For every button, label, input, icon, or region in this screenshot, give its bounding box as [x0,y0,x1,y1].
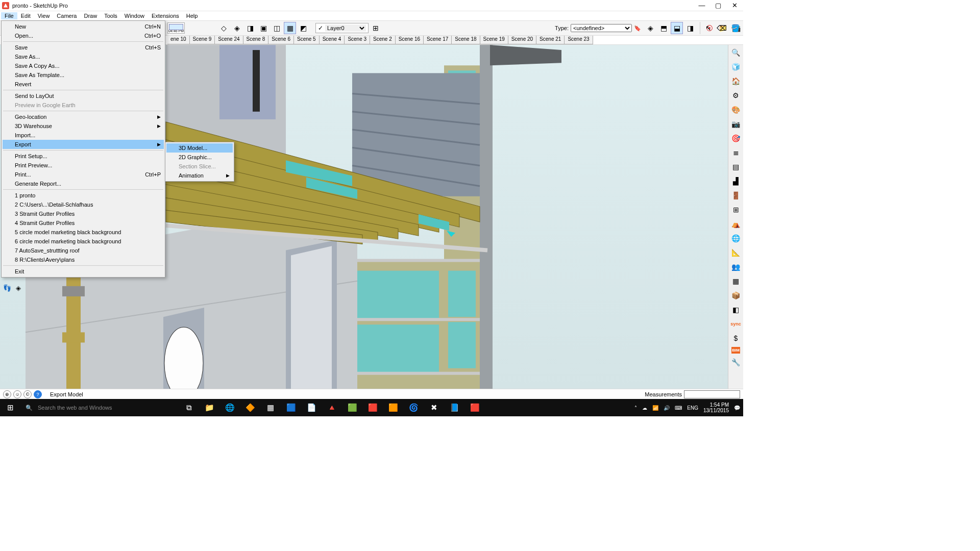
file-menu-item[interactable]: Print...Ctrl+P [3,170,164,179]
file-menu-item[interactable]: 4 Stramit Gutter Profiles [3,218,164,228]
file-menu-item[interactable]: 5 circle model marketing black backgroun… [3,228,164,237]
window-icon[interactable]: ⊞ [730,204,742,215]
menu-view[interactable]: View [34,12,54,19]
file-menu-item[interactable]: Generate Report... [3,179,164,188]
credit-status-icon[interactable]: © [23,390,32,398]
scene-tab[interactable]: ene 10 [167,36,190,44]
style-wireframe-icon[interactable]: ◇ [217,22,230,34]
file-menu-item[interactable]: Export▶ [3,140,164,149]
scene-tab[interactable]: Scene 3 [345,36,370,44]
model-icon[interactable]: ◧ [730,304,742,315]
taskbar-search[interactable]: 🔍 Search the web and Windows [20,399,174,416]
export-submenu-item[interactable]: 3D Model... [166,143,233,153]
type-select[interactable]: <undefined> [571,24,632,32]
style-xray-icon[interactable]: ▦ [284,22,296,34]
export-submenu-item[interactable]: Animation▶ [166,171,233,180]
geo-status-icon[interactable]: ⊕ [3,390,11,398]
file-menu-item[interactable]: Save As Template... [3,70,164,80]
task-view-icon[interactable]: ⧉ [179,399,199,416]
scene-tab[interactable]: Scene 23 [565,36,593,44]
stairs-icon[interactable]: ▟ [730,176,742,187]
file-menu-item[interactable]: Save A Copy As... [3,61,164,70]
style-shaded-icon[interactable]: ◨ [244,22,256,34]
tray-lang[interactable]: ENG [687,405,698,411]
app-icon-3[interactable]: ✖ [424,399,444,416]
ifc-globe-icon[interactable]: 🌐 [730,233,742,244]
layer-select[interactable]: Layer0 [325,24,366,32]
component-icon[interactable]: 🧊 [730,61,742,72]
app-icon-2[interactable]: ▦ [260,399,281,416]
person-status-icon[interactable]: ☺ [13,390,21,398]
menu-tools[interactable]: Tools [101,12,121,19]
style-shadedtex-icon[interactable]: ▣ [257,22,270,34]
menu-extensions[interactable]: Extensions [148,12,183,19]
file-menu-item[interactable]: 6 circle model marketing black backgroun… [3,237,164,246]
app-icon-g2[interactable]: 🟧 [383,399,403,416]
file-menu-item[interactable]: SaveCtrl+S [3,43,164,52]
style-mono-icon[interactable]: ◫ [271,22,283,34]
file-menu-item[interactable]: Save As... [3,52,164,61]
file-menu-item[interactable]: Geo-location▶ [3,112,164,121]
file-menu-item[interactable]: Exit [3,267,164,276]
scene-tab[interactable]: Scene 8 [243,36,269,44]
menu-draw[interactable]: Draw [80,12,101,19]
target-icon[interactable]: 🎯 [730,133,742,144]
file-menu-item[interactable]: Import... [3,131,164,140]
scene-tab[interactable]: Scene 17 [424,36,452,44]
file-menu-item[interactable]: Print Preview... [3,161,164,170]
file-menu-item[interactable]: Print Setup... [3,152,164,161]
scene-tab[interactable]: Scene 4 [320,36,345,44]
app-icon-swirl[interactable]: 🌀 [403,399,424,416]
file-menu-item[interactable]: 8 R:\Clients\Avery\plans [3,255,164,264]
tray-volume-icon[interactable]: 🔊 [664,405,670,411]
menu-file[interactable]: File [1,12,17,19]
select-icon[interactable]: ↖ [702,22,715,34]
top-view-icon[interactable]: ⬒ [657,22,670,34]
scene-tab[interactable]: Scene 18 [452,36,480,44]
file-menu-item[interactable]: Revert [3,80,164,89]
scene-tab[interactable]: Scene 21 [536,36,565,44]
tray-notifications-icon[interactable]: 💬 [734,405,740,411]
scene-tab[interactable]: Scene 6 [268,36,294,44]
search-icon[interactable]: 🔍 [730,47,742,58]
file-menu-item[interactable]: 2 C:\Users\...\Detail-Schlafhaus [3,200,164,209]
right-view-icon[interactable]: ◨ [684,22,696,34]
people-icon[interactable]: 👥 [730,261,742,272]
app-icon-g[interactable]: 🟦 [281,399,301,416]
shadow-clock-widget[interactable]: 04:46 PM [167,22,185,34]
eraser-icon[interactable]: ⌫ [716,22,728,34]
tray-clock[interactable]: 1:54 PM 13/11/2015 [703,402,729,413]
layer-selector[interactable]: ✓ Layer0 [315,23,369,33]
maximize-button[interactable]: ▢ [715,2,722,9]
style-backedges-icon[interactable]: ◩ [297,22,309,34]
profile-icon[interactable]: 📐 [730,247,742,258]
scene-tab[interactable]: Scene 2 [370,36,396,44]
box-icon[interactable]: 📦 [730,290,742,301]
diamond-icon[interactable]: ◈ [13,283,23,293]
file-menu-item[interactable]: NewCtrl+N [3,22,164,31]
menu-camera[interactable]: Camera [53,12,80,19]
file-menu-item[interactable]: 7 AutoSave_struttting roof [3,246,164,255]
camera-icon[interactable]: 📷 [730,118,742,130]
file-menu-item[interactable]: 3 Stramit Gutter Profiles [3,209,164,218]
door-icon[interactable]: 🚪 [730,190,742,201]
type-apply-icon[interactable]: 🔖 [634,25,641,32]
docs-icon[interactable]: 📄 [301,399,322,416]
chrome-icon[interactable]: 🌐 [219,399,240,416]
file-menu-item[interactable]: Send to LayOut [3,91,164,101]
app-icon-book[interactable]: 📘 [444,399,464,416]
footprints-icon[interactable]: 👣 [2,283,12,293]
menu-window[interactable]: Window [121,12,148,19]
minimize-button[interactable]: — [698,2,705,9]
roof-icon[interactable]: ⛺ [730,218,742,230]
palette-icon[interactable]: 🎨 [730,104,742,115]
scene-tab[interactable]: Scene 16 [396,36,424,44]
file-menu-item[interactable]: 3D Warehouse▶ [3,121,164,131]
wrench-icon[interactable]: 🔧 [730,357,742,368]
scene-tab[interactable]: Scene 24 [215,36,243,44]
app-icon-1[interactable]: 🔶 [240,399,260,416]
file-menu-item[interactable]: Open...Ctrl+O [3,31,164,40]
dollar-icon[interactable]: $ [730,333,742,344]
tray-keyboard-icon[interactable]: ⌨ [675,405,682,411]
paint-icon[interactable]: 🪣 [729,22,741,34]
